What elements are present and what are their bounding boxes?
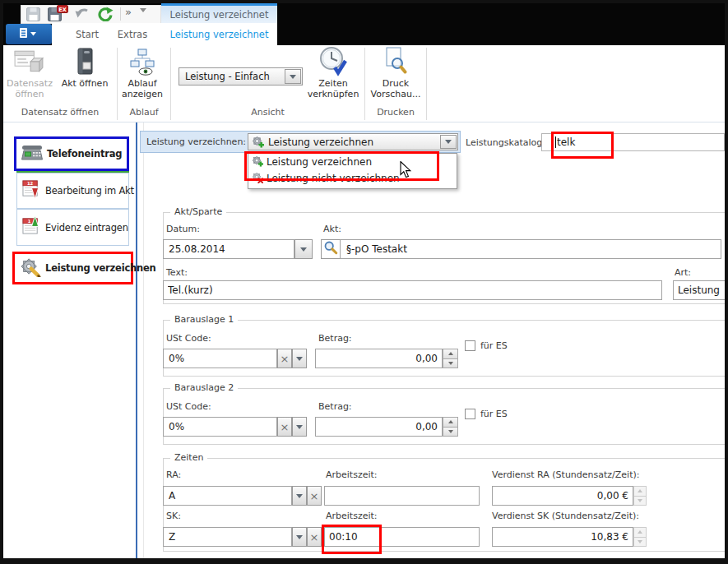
app-menu-button[interactable] <box>6 24 52 44</box>
ust-clear-button-1[interactable]: × <box>277 349 292 368</box>
content-divider <box>143 123 144 558</box>
toolbar-separator <box>120 7 121 21</box>
betrag-input-2[interactable] <box>315 417 443 437</box>
print-preview-button[interactable] <box>384 47 407 80</box>
tab-leistung-verzeichnet[interactable]: Leistung verzeichnet <box>161 27 277 42</box>
show-flow-button[interactable] <box>130 48 155 79</box>
tab-extras[interactable]: Extras <box>110 27 155 42</box>
arbeitszeit-input-ra[interactable] <box>324 486 480 506</box>
fuer-es-checkbox-1[interactable] <box>465 340 475 351</box>
betrag-spinner-2[interactable] <box>443 417 458 437</box>
verdienst-ra-label: Verdienst RA (Stundensatz/Zeit): <box>492 469 640 480</box>
app-menu-icon <box>19 26 39 42</box>
ra-label: RA: <box>166 469 181 480</box>
sidebar-item-telefoneintrag[interactable]: Telefoneintrag <box>14 136 129 171</box>
spin-up-button[interactable] <box>443 417 458 428</box>
group-label-datensatz: Datensatz öffnen <box>7 107 114 118</box>
mode-combobox-dropdown-button[interactable] <box>440 135 457 149</box>
betrag-label: Betrag: <box>318 333 352 344</box>
sidebar-item-evidenz-eintragen[interactable]: 1 Evidenz eintragen <box>16 209 129 246</box>
verdienst-sk-label: Verdienst SK (Stundensatz/Zeit): <box>492 511 639 521</box>
open-akt-label: Akt öffnen <box>54 78 115 89</box>
window-border-left <box>0 0 3 564</box>
art-label: Art: <box>675 267 691 278</box>
gear-plus-icon <box>252 136 264 151</box>
binder-icon <box>73 63 96 79</box>
group-label-ansicht: Ansicht <box>171 107 364 118</box>
window-border-top <box>0 0 728 3</box>
akt-field[interactable]: §-pO Testakt <box>340 239 721 259</box>
redo-button[interactable] <box>97 7 114 25</box>
ust-code-combobox-1[interactable]: 0% <box>163 349 277 368</box>
ust-code-combobox-2[interactable]: 0% <box>163 417 277 437</box>
spin-up-button[interactable] <box>443 349 458 359</box>
print-preview-label: Druck Vorschau... <box>366 78 425 99</box>
art-input[interactable] <box>673 280 728 300</box>
spin-up-button <box>633 527 647 538</box>
svg-text:12: 12 <box>27 181 34 186</box>
gear-pencil-icon <box>20 256 41 280</box>
spin-up-button <box>633 486 647 497</box>
tab-start[interactable]: Start <box>69 27 105 42</box>
verdienst-sk-spinner <box>633 527 647 547</box>
save-button[interactable] <box>26 7 41 25</box>
ra-combobox[interactable]: A <box>163 486 292 506</box>
sk-combobox[interactable]: Z <box>163 527 292 547</box>
datum-dropdown-button[interactable] <box>294 239 313 259</box>
window-border-bottom <box>0 558 728 564</box>
ust-clear-button-2[interactable]: × <box>277 417 292 437</box>
datum-label: Datum: <box>166 224 200 234</box>
annotation-red-box-katalog <box>551 132 614 159</box>
phone-icon <box>21 143 43 164</box>
annotation-red-box-arbeitszeit <box>322 525 382 554</box>
sidebar-divider <box>136 123 137 558</box>
arbeitszeit-label-ra: Arbeitszeit: <box>326 469 378 480</box>
undo-button[interactable] <box>74 7 90 25</box>
ust-dropdown-button-2[interactable] <box>292 417 307 437</box>
betrag-input-1[interactable] <box>315 349 443 368</box>
ra-clear-button[interactable]: × <box>307 486 322 506</box>
group-separator <box>426 48 427 120</box>
mode-combobox[interactable]: Leistung verzeichnen <box>248 133 458 150</box>
sidebar-item-bearbeitung-im-akt[interactable]: 12 Bearbeitung im Akt <box>16 173 129 209</box>
view-combobox-dropdown-button[interactable] <box>285 69 301 84</box>
group-label-ablauf: Ablauf <box>118 107 170 118</box>
sk-label: SK: <box>166 511 181 521</box>
akt-search-button[interactable] <box>321 239 341 259</box>
betrag-spinner-1[interactable] <box>443 349 458 368</box>
document-tab[interactable]: Leistung verzeichnet <box>161 3 277 23</box>
ust-dropdown-button-1[interactable] <box>292 349 307 368</box>
spin-down-button[interactable] <box>443 428 458 437</box>
text-label: Text: <box>166 267 188 278</box>
ra-dropdown-button[interactable] <box>292 486 307 506</box>
spin-down-button[interactable] <box>443 359 458 369</box>
verdienst-ra-input[interactable] <box>492 486 633 506</box>
betrag-label: Betrag: <box>318 401 352 412</box>
flowchart-eye-icon <box>130 63 155 79</box>
akt-label: Akt: <box>323 224 341 234</box>
view-combobox[interactable]: Leistung - Einfach <box>179 67 303 86</box>
link-times-label: Zeiten verknüpfen <box>302 78 364 99</box>
sidebar-item-leistung-verzeichnen[interactable]: Leistung verzeichnen <box>12 252 133 284</box>
text-input[interactable] <box>163 280 662 300</box>
spin-down-button <box>633 538 647 548</box>
datum-combobox[interactable]: 25.08.2014 <box>163 239 294 259</box>
fuer-es-label-1: für ES <box>480 340 508 351</box>
ust-code-label: USt Code: <box>166 333 211 344</box>
ust-code-label: USt Code: <box>166 401 211 412</box>
qat-more-button[interactable]: » <box>125 6 132 18</box>
link-times-button[interactable] <box>318 45 348 80</box>
arbeitszeit-label-sk: Arbeitszeit: <box>326 511 378 521</box>
calendar-down-icon: 12 <box>22 179 41 203</box>
open-record-button[interactable] <box>13 48 44 79</box>
sk-dropdown-button[interactable] <box>292 527 307 547</box>
verdienst-sk-input[interactable] <box>492 527 633 547</box>
calendar-up-icon: 1 <box>22 215 41 239</box>
open-akt-button[interactable] <box>73 48 96 79</box>
open-record-label: Datensatz öffnen <box>3 78 56 99</box>
sk-clear-button[interactable]: × <box>307 527 322 547</box>
magnifier-icon <box>323 240 338 258</box>
verdienst-ra-spinner <box>633 486 647 506</box>
fuer-es-checkbox-2[interactable] <box>465 409 475 419</box>
spin-down-button <box>633 497 647 506</box>
